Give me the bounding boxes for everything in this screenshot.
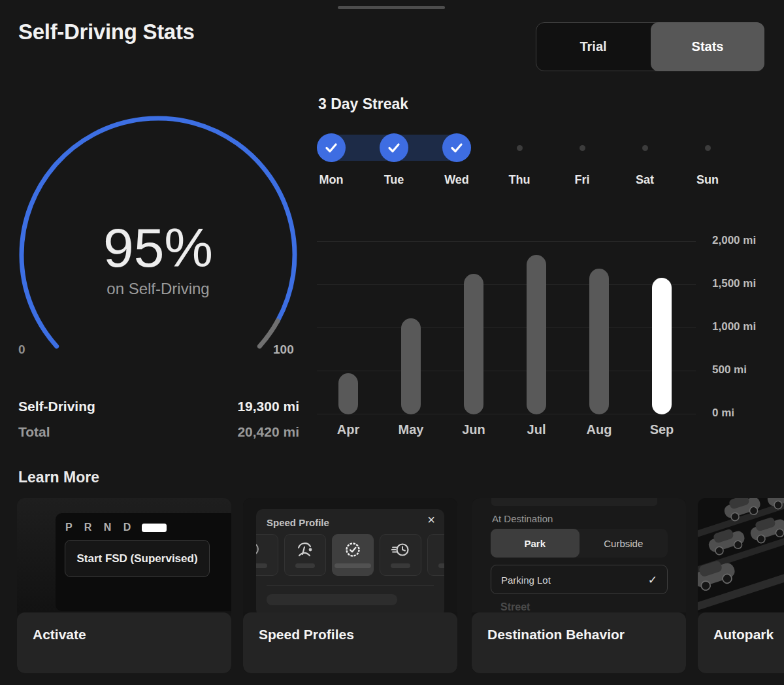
speed-profile-tile	[284, 534, 326, 576]
month-label: Apr	[317, 422, 380, 437]
activate-preview: P R N D Start FSD (Supervised)	[17, 498, 231, 612]
tile-label-placeholder	[335, 563, 371, 568]
streak-title: 3 Day Streak	[318, 95, 408, 113]
tile-label-placeholder	[295, 563, 315, 568]
bar-jun	[464, 274, 483, 414]
option-label: Parking Lot	[501, 574, 551, 585]
mileage-value: 19,300 mi	[237, 399, 299, 418]
y-tick-label: 0 mi	[712, 406, 734, 420]
card-speed-profiles[interactable]: Speed Profile × Speed Profiles	[243, 498, 457, 673]
month-label: May	[380, 422, 442, 437]
day-checked-icon	[442, 133, 471, 162]
prnd-indicator: P R N D	[65, 522, 167, 533]
tile-label-placeholder	[438, 563, 444, 568]
day-label: Sun	[676, 173, 739, 187]
day-label: Tue	[363, 173, 425, 187]
speed-clock-icon	[391, 541, 410, 561]
prnd-letters: P R N D	[65, 522, 135, 533]
speed-profile-tile	[380, 534, 421, 576]
card-destination-behavior[interactable]: At Destination Park Curbside Parking Lot…	[472, 498, 686, 673]
autopark-preview-scene	[698, 498, 784, 612]
gear-selector-panel: P R N D Start FSD (Supervised)	[56, 513, 231, 611]
card-label: Autopark	[713, 627, 774, 643]
sheet-drag-handle[interactable]	[338, 6, 445, 9]
day-empty-dot-icon	[517, 145, 523, 151]
card-footer: Speed Profiles	[243, 612, 457, 673]
y-tick-label: 1,500 mi	[712, 276, 756, 291]
bar-jul	[527, 255, 546, 414]
bar-aug	[589, 269, 609, 414]
month-label: Jul	[505, 422, 568, 437]
speed-profile-tiles	[256, 534, 444, 576]
description-placeholder	[267, 594, 397, 605]
day-empty-dot-icon	[642, 145, 648, 151]
gauge-min-label: 0	[18, 342, 25, 357]
mileage-label: Total	[18, 424, 50, 444]
mileage-value: 20,420 mi	[237, 424, 299, 444]
miles-bar-chart	[317, 233, 696, 414]
profile-edge-left-icon	[256, 541, 265, 560]
card-footer: Activate	[17, 612, 231, 673]
streak-day-sat	[613, 133, 676, 162]
chill-umbrella-icon	[297, 541, 314, 561]
gridline	[317, 241, 696, 242]
streak-day-thu	[488, 133, 551, 162]
streak-week-row	[300, 133, 739, 162]
destination-preview: At Destination Park Curbside Parking Lot…	[472, 498, 686, 612]
month-label: Aug	[568, 422, 630, 437]
month-label: Jun	[442, 422, 505, 437]
streak-day-fri	[551, 133, 613, 162]
gridline	[317, 414, 696, 414]
mileage-row-total: Total 20,420 mi	[18, 424, 299, 444]
mileage-label: Self-Driving	[18, 399, 95, 418]
gauge-max-label: 100	[273, 342, 294, 357]
card-label: Activate	[33, 627, 86, 643]
y-tick-label: 1,000 mi	[712, 320, 756, 334]
speed-profile-tile-selected	[332, 534, 374, 576]
streak-day-mon	[300, 133, 363, 162]
dialog-divider	[267, 585, 434, 586]
day-label: Wed	[425, 173, 488, 187]
month-label: Sep	[630, 422, 693, 437]
section-label: At Destination	[492, 513, 553, 524]
battery-indicator-icon	[142, 524, 167, 532]
tile-label-placeholder	[256, 563, 267, 568]
gauge-percent-value: 95%	[8, 220, 308, 275]
bar-may	[401, 318, 421, 414]
segment-park: Park	[491, 529, 580, 558]
segment-curbside: Curbside	[580, 529, 668, 558]
card-footer: Autopark	[698, 612, 784, 673]
profile-edge-right-icon	[440, 541, 444, 560]
gridline	[317, 371, 696, 371]
y-tick-label: 500 mi	[712, 363, 747, 377]
parking-lot-option: Parking Lot ✓	[491, 565, 668, 594]
card-footer: Destination Behavior	[472, 612, 686, 673]
day-checked-icon	[317, 133, 346, 162]
toggle-option-stats[interactable]: Stats	[651, 22, 764, 71]
gauge-sub-label: on Self-Driving	[8, 280, 308, 298]
day-label: Fri	[551, 173, 613, 187]
card-activate[interactable]: P R N D Start FSD (Supervised) Activate	[17, 498, 231, 673]
streak-day-labels: MonTueWedThuFriSatSun	[300, 173, 739, 190]
speed-profile-tile	[427, 534, 444, 576]
chart-y-axis-labels: 0 mi500 mi1,000 mi1,500 mi2,000 mi	[712, 233, 784, 414]
check-badge-icon	[344, 541, 361, 561]
tile-label-placeholder	[391, 563, 410, 568]
street-option-faded: Street	[500, 601, 530, 613]
gridline	[317, 327, 696, 328]
autopark-preview	[698, 498, 784, 612]
card-label: Destination Behavior	[487, 627, 625, 643]
card-label: Speed Profiles	[259, 627, 354, 643]
day-label: Thu	[488, 173, 551, 187]
day-label: Sat	[613, 173, 676, 187]
day-label: Mon	[300, 173, 363, 187]
mileage-row-self-driving: Self-Driving 19,300 mi	[18, 399, 299, 418]
bar-apr	[338, 373, 358, 414]
speed-profile-tile	[256, 534, 278, 576]
chart-month-labels: AprMayJunJulAugSep	[317, 422, 696, 439]
day-checked-icon	[380, 133, 408, 162]
check-icon: ✓	[648, 573, 657, 586]
card-autopark[interactable]: Autopark	[698, 498, 784, 673]
streak-day-tue	[363, 133, 425, 162]
toggle-option-trial[interactable]: Trial	[536, 23, 650, 71]
